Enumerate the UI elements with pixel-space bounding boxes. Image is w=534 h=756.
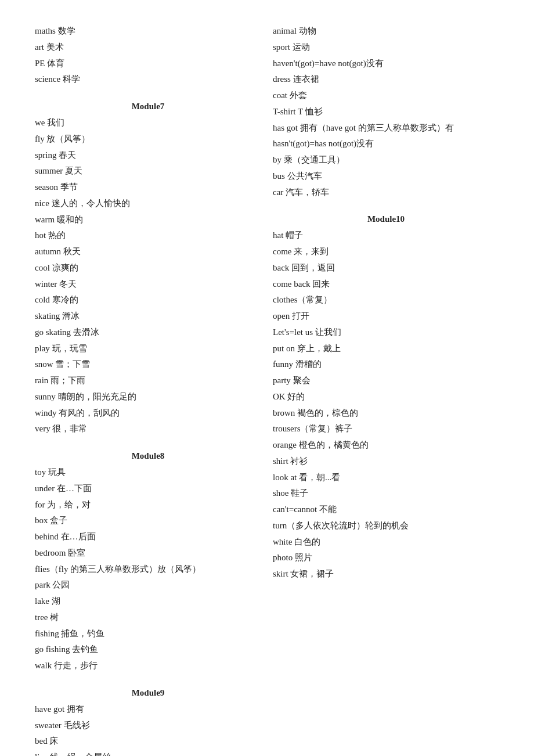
vocab-item: haven't(got)=have not(got)没有: [273, 56, 499, 72]
module9-title: Module9: [35, 688, 261, 698]
vocab-item: turn（多人依次轮流时）轮到的机会: [273, 518, 499, 534]
vocab-item: maths 数学: [35, 23, 261, 39]
vocab-item: bed 床: [35, 733, 261, 750]
vocab-item: party 聚会: [273, 373, 499, 389]
vocab-item: play 玩，玩雪: [35, 341, 261, 357]
vocab-item: clothes（常复）: [273, 292, 499, 308]
vocab-item: open 打开: [273, 308, 499, 325]
vocab-item: fishing 捕鱼，钓鱼: [35, 626, 261, 642]
vocab-item: car 汽车，轿车: [273, 185, 499, 201]
vocab-item: sweater 毛线衫: [35, 718, 261, 734]
top-left-section: maths 数学 art 美术 PE 体育 science 科学: [35, 23, 261, 88]
module7-title: Module7: [35, 102, 261, 111]
vocab-item: sport 运动: [273, 39, 499, 56]
vocab-item: hat 帽子: [273, 228, 499, 244]
vocab-item: fly 放（风筝）: [35, 131, 261, 147]
vocab-item: windy 有风的，刮风的: [35, 405, 261, 422]
vocab-item: bedroom 卧室: [35, 545, 261, 561]
vocab-item: line 线，绳，金属丝: [35, 750, 261, 756]
vocab-item: can't=cannot 不能: [273, 502, 499, 518]
vocab-item: lake 湖: [35, 593, 261, 610]
vocab-item: back 回到，返回: [273, 260, 499, 276]
vocab-item: rain 雨；下雨: [35, 373, 261, 389]
vocab-item: go fishing 去钓鱼: [35, 642, 261, 658]
vocab-item: summer 夏天: [35, 163, 261, 179]
vocab-item: winter 冬天: [35, 276, 261, 293]
vocab-item: warm 暖和的: [35, 212, 261, 228]
vocab-item: skating 滑冰: [35, 308, 261, 325]
vocab-item: go skating 去滑冰: [35, 325, 261, 341]
vocab-item: trousers（常复）裤子: [273, 421, 499, 437]
vocab-item: photo 照片: [273, 550, 499, 566]
module10-section: Module10 hat 帽子 come 来，来到 back 回到，返回 com…: [273, 214, 499, 582]
vocab-item: cold 寒冷的: [35, 292, 261, 308]
vocab-item: look at 看，朝...看: [273, 470, 499, 486]
vocab-item: we 我们: [35, 115, 261, 131]
vocab-item: OK 好的: [273, 389, 499, 405]
module9-section: Module9 have got 拥有 sweater 毛线衫 bed 床 li…: [35, 688, 261, 756]
vocab-item: box 盒子: [35, 513, 261, 529]
vocab-item: skirt 女裙，裙子: [273, 566, 499, 582]
vocab-item: walk 行走，步行: [35, 658, 261, 674]
vocab-item: spring 春天: [35, 147, 261, 164]
vocab-item: have got 拥有: [35, 701, 261, 718]
right-column: animal 动物 sport 运动 haven't(got)=have not…: [273, 23, 499, 756]
vocab-item: very 很，非常: [35, 421, 261, 437]
vocab-item: park 公园: [35, 577, 261, 593]
module8-section: Module8 toy 玩具 under 在…下面 for 为，给，对 box …: [35, 451, 261, 674]
vocab-item: snow 雪；下雪: [35, 357, 261, 373]
vocab-item: season 季节: [35, 179, 261, 196]
vocab-item: PE 体育: [35, 56, 261, 72]
vocab-item: T-shirt T 恤衫: [273, 104, 499, 120]
vocab-item: animal 动物: [273, 23, 499, 39]
vocab-item: orange 橙色的，橘黄色的: [273, 437, 499, 453]
vocab-item: Let's=let us 让我们: [273, 325, 499, 341]
vocab-item: shoe 鞋子: [273, 485, 499, 502]
vocab-item: bus 公共汽车: [273, 168, 499, 185]
vocab-item: brown 褐色的，棕色的: [273, 405, 499, 422]
vocab-item: coat 外套: [273, 88, 499, 104]
vocab-item: under 在…下面: [35, 481, 261, 497]
vocab-item: nice 迷人的，令人愉快的: [35, 196, 261, 212]
vocab-item: funny 滑稽的: [273, 357, 499, 373]
module7-section: Module7 we 我们 fly 放（风筝） spring 春天 summer…: [35, 102, 261, 437]
vocab-item: toy 玩具: [35, 465, 261, 481]
top-right-section: animal 动物 sport 运动 haven't(got)=have not…: [273, 23, 499, 200]
vocab-item: behind 在…后面: [35, 529, 261, 545]
vocab-item: by 乘（交通工具）: [273, 152, 499, 168]
vocab-item: cool 凉爽的: [35, 260, 261, 276]
module8-title: Module8: [35, 451, 261, 461]
vocab-item: art 美术: [35, 39, 261, 56]
vocab-item: shirt 衬衫: [273, 453, 499, 470]
module10-title: Module10: [273, 214, 499, 224]
vocab-item: dress 连衣裙: [273, 71, 499, 88]
vocab-item: for 为，给，对: [35, 497, 261, 513]
left-column: maths 数学 art 美术 PE 体育 science 科学 Module7…: [35, 23, 273, 756]
vocab-item: come back 回来: [273, 276, 499, 293]
vocab-item: flies（fly 的第三人称单数形式）放（风筝）: [35, 561, 261, 578]
vocab-item: tree 树: [35, 610, 261, 626]
vocab-item: hasn't(got)=has not(got)没有: [273, 136, 499, 152]
vocab-item: come 来，来到: [273, 244, 499, 260]
vocab-item: white 白色的: [273, 534, 499, 550]
vocab-item: autumn 秋天: [35, 244, 261, 260]
vocab-item: science 科学: [35, 71, 261, 88]
vocab-item: has got 拥有（have got 的第三人称单数形式）有: [273, 120, 499, 136]
vocab-item: sunny 晴朗的，阳光充足的: [35, 389, 261, 405]
vocab-item: hot 热的: [35, 228, 261, 244]
vocab-item: put on 穿上，戴上: [273, 341, 499, 357]
